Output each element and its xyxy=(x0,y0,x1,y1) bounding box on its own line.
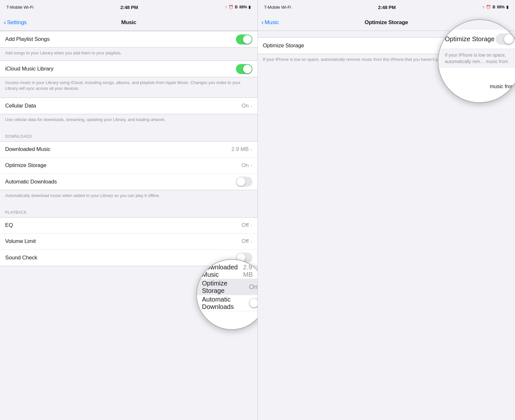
icloud-music-desc: Access music in your Library using iClou… xyxy=(0,77,258,97)
downloaded-music-row[interactable]: Downloaded Music 2.9 MB › xyxy=(0,142,258,158)
right-optimize-group: Optimize Storage xyxy=(258,37,515,54)
playback-section-header: PLAYBACK xyxy=(0,203,258,217)
alarm-icon: ⏰ xyxy=(229,5,233,9)
cellular-data-right: On › xyxy=(241,103,252,109)
volume-limit-row[interactable]: Volume Limit Off › xyxy=(0,234,258,250)
eq-chevron: › xyxy=(251,223,252,228)
right-alarm-icon: ⏰ xyxy=(486,5,491,9)
add-playlist-toggle-thumb xyxy=(243,35,252,44)
left-page-title: Music xyxy=(121,19,136,26)
sound-check-row[interactable]: Sound Check xyxy=(0,250,258,266)
volume-limit-label: Volume Limit xyxy=(5,238,36,245)
left-settings-content: Add Playlist Songs Add songs to your Lib… xyxy=(0,31,258,420)
optimize-storage-right: On › xyxy=(241,162,252,169)
icloud-music-toggle[interactable] xyxy=(236,64,252,74)
right-optimize-storage-toggle-thumb xyxy=(494,42,503,50)
volume-limit-right: Off › xyxy=(241,238,252,245)
downloaded-music-label: Downloaded Music xyxy=(5,146,50,153)
left-status-bar: T-Mobile Wi-Fi 2:48 PM ↑ ⏰ B 88% ▮ xyxy=(0,0,258,14)
icloud-music-row[interactable]: iCloud Music Library xyxy=(0,61,258,77)
volume-limit-value: Off xyxy=(241,238,248,245)
downloads-group: Downloaded Music 2.9 MB › Optimize Stora… xyxy=(0,141,258,190)
bluetooth-icon: B xyxy=(235,5,238,9)
right-status-icons: ↑ ⏰ B 88% ▮ xyxy=(482,5,509,9)
icloud-music-label: iCloud Music Library xyxy=(5,66,53,72)
add-playlist-group: Add Playlist Songs xyxy=(0,31,258,48)
automatic-downloads-desc: Automatically download music when added … xyxy=(0,190,258,203)
right-top-space xyxy=(258,31,515,37)
optimize-storage-row[interactable]: Optimize Storage On › xyxy=(0,158,258,174)
cellular-data-row[interactable]: Cellular Data On › xyxy=(0,98,258,114)
right-carrier: T-Mobile Wi-Fi xyxy=(264,5,291,10)
left-status-icons: ↑ ⏰ B 88% ▮ xyxy=(225,5,251,9)
eq-value: Off xyxy=(241,222,248,229)
cellular-data-desc: Use cellular data for downloads, streami… xyxy=(0,114,258,127)
battery-icon: ▮ xyxy=(248,5,251,9)
icloud-music-toggle-thumb xyxy=(243,65,252,73)
location-icon: ↑ xyxy=(225,5,227,9)
left-carrier: T-Mobile Wi-Fi xyxy=(6,5,33,10)
downloads-section-header: DOWNLOADS xyxy=(0,127,258,141)
icloud-music-group: iCloud Music Library xyxy=(0,61,258,77)
cellular-data-label: Cellular Data xyxy=(5,103,36,109)
right-panel: T-Mobile Wi-Fi 2:48 PM ↑ ⏰ B 88% ▮ ‹ Mus… xyxy=(258,0,515,420)
right-bluetooth-icon: B xyxy=(492,5,495,9)
right-nav-bar: ‹ Music Optimize Storage xyxy=(258,14,515,31)
automatic-downloads-label: Automatic Downloads xyxy=(5,179,57,185)
add-playlist-label: Add Playlist Songs xyxy=(5,36,50,42)
sound-check-toggle[interactable] xyxy=(236,253,252,263)
right-status-bar: T-Mobile Wi-Fi 2:48 PM ↑ ⏰ B 88% ▮ xyxy=(258,0,515,14)
eq-label: EQ xyxy=(5,222,13,229)
add-playlist-toggle[interactable] xyxy=(236,34,252,44)
downloaded-music-right: 2.9 MB › xyxy=(231,146,252,153)
sound-check-label: Sound Check xyxy=(5,255,37,261)
volume-limit-chevron: › xyxy=(251,239,252,244)
left-back-button[interactable]: ‹ Settings xyxy=(4,19,27,26)
left-panel: T-Mobile Wi-Fi 2:48 PM ↑ ⏰ B 88% ▮ ‹ Set… xyxy=(0,0,258,420)
optimize-storage-chevron: › xyxy=(251,163,252,168)
right-battery-percent: 88% xyxy=(497,5,505,9)
cellular-data-value: On xyxy=(241,103,249,109)
right-optimize-storage-toggle[interactable] xyxy=(493,41,510,51)
automatic-downloads-row[interactable]: Automatic Downloads xyxy=(0,174,258,190)
right-optimize-storage-label: Optimize Storage xyxy=(263,42,304,49)
right-battery-icon: ▮ xyxy=(506,5,509,9)
eq-right: Off › xyxy=(241,222,252,229)
right-location-icon: ↑ xyxy=(482,5,484,9)
right-optimize-storage-row[interactable]: Optimize Storage xyxy=(258,38,515,54)
optimize-storage-label: Optimize Storage xyxy=(5,162,46,169)
downloaded-music-chevron: › xyxy=(251,147,252,152)
eq-row[interactable]: EQ Off › xyxy=(0,218,258,234)
cellular-data-chevron: › xyxy=(251,103,252,108)
right-back-label: Music xyxy=(265,19,279,26)
sound-check-toggle-thumb xyxy=(237,253,245,262)
automatic-downloads-toggle-thumb xyxy=(237,177,245,186)
right-back-button[interactable]: ‹ Music xyxy=(262,19,279,26)
playback-group: EQ Off › Volume Limit Off › Sound Check xyxy=(0,217,258,266)
right-settings-content: Optimize Storage If your iPhone is low o… xyxy=(258,31,515,420)
left-time: 2:48 PM xyxy=(120,5,138,10)
right-time: 2:48 PM xyxy=(378,5,396,10)
right-page-title: Optimize Storage xyxy=(365,19,408,26)
battery-percent: 88% xyxy=(239,5,247,9)
optimize-storage-value: On xyxy=(241,162,249,169)
add-playlist-row[interactable]: Add Playlist Songs xyxy=(0,31,258,47)
left-back-label: Settings xyxy=(7,19,27,26)
cellular-data-group: Cellular Data On › xyxy=(0,98,258,114)
right-back-chevron-icon: ‹ xyxy=(262,19,264,25)
back-chevron-icon: ‹ xyxy=(4,19,6,25)
add-playlist-desc: Add songs to your Library when you add t… xyxy=(0,48,258,61)
right-optimize-storage-desc: If your iPhone is low on space, automati… xyxy=(258,54,515,67)
left-nav-bar: ‹ Settings Music xyxy=(0,14,258,31)
downloaded-music-value: 2.9 MB xyxy=(231,146,249,153)
automatic-downloads-toggle[interactable] xyxy=(236,177,252,187)
